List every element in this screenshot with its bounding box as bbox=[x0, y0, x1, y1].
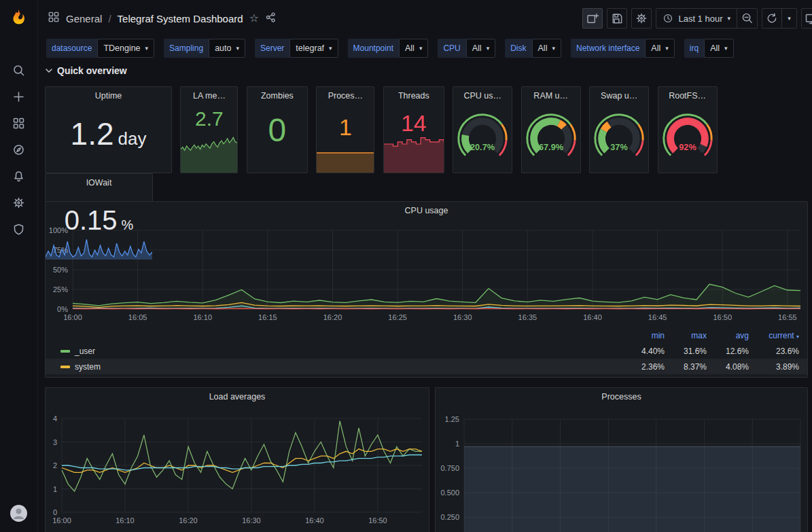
refresh-interval-dropdown[interactable]: ▾ bbox=[782, 8, 797, 29]
cpu-usage-chart[interactable]: 0%25%50%75%100%16:0016:0516:1016:1516:20… bbox=[46, 219, 807, 327]
chevron-down-icon bbox=[46, 68, 52, 73]
variable-value-dropdown[interactable]: All▾ bbox=[399, 39, 428, 58]
variable-value-dropdown[interactable]: All▾ bbox=[645, 39, 674, 58]
svg-text:1: 1 bbox=[455, 440, 459, 448]
chevron-down-icon: ▾ bbox=[329, 46, 332, 52]
legend-series-name[interactable]: iowait bbox=[60, 378, 622, 378]
panel-load-averages: Load averages 0123416:0016:1016:2016:301… bbox=[45, 387, 429, 532]
refresh-button[interactable] bbox=[762, 8, 782, 29]
panel-zombies: Zombies 0 bbox=[247, 86, 308, 173]
page-title: Telegraf System Dashboard bbox=[118, 13, 243, 24]
configuration-gear-icon[interactable] bbox=[4, 190, 34, 216]
legend-sort-max[interactable]: max bbox=[665, 331, 707, 340]
la-sparkline bbox=[181, 135, 237, 173]
row-title: Quick overview bbox=[57, 65, 127, 76]
legend-sort-avg[interactable]: avg bbox=[707, 331, 749, 340]
variable-value-dropdown[interactable]: auto▾ bbox=[209, 39, 245, 58]
zombies-value: 0 bbox=[268, 114, 287, 147]
variable-value-dropdown[interactable]: telegraf▾ bbox=[289, 39, 338, 58]
save-dashboard-button[interactable] bbox=[607, 8, 627, 29]
sidebar-nav bbox=[4, 57, 34, 243]
template-variable: Server telegraf▾ bbox=[255, 39, 338, 58]
svg-text:16:50: 16:50 bbox=[713, 313, 732, 321]
variable-label: datasource bbox=[46, 39, 97, 58]
star-icon[interactable]: ☆ bbox=[249, 13, 259, 24]
variable-value-dropdown[interactable]: All▾ bbox=[532, 39, 561, 58]
chevron-down-icon: ▾ bbox=[665, 46, 669, 52]
chevron-down-icon: ▾ bbox=[552, 46, 555, 52]
panel-title[interactable]: IOWait bbox=[46, 174, 152, 192]
time-range-picker[interactable]: Last 1 hour ▾ bbox=[656, 8, 737, 29]
variable-label: Network interface bbox=[571, 39, 645, 58]
breadcrumb-folder[interactable]: General bbox=[66, 13, 102, 24]
avatar[interactable] bbox=[4, 500, 34, 527]
load-averages-chart[interactable]: 0123416:0016:1016:2016:3016:4016:50 bbox=[46, 406, 429, 532]
legend-sort-current[interactable]: current ▾ bbox=[749, 331, 799, 340]
dashboard-grid-icon bbox=[48, 11, 60, 26]
clock-icon bbox=[663, 13, 673, 24]
variable-value: All bbox=[405, 43, 414, 53]
variable-value-dropdown[interactable]: TDengine▾ bbox=[97, 39, 154, 58]
panel-swap-gauge: Swap u… 37% bbox=[589, 86, 649, 173]
ram-usage-gauge: 67.9% bbox=[522, 102, 580, 170]
panel-title[interactable]: CPU usage bbox=[46, 202, 807, 219]
series-color-swatch bbox=[60, 366, 70, 368]
explore-compass-icon[interactable] bbox=[4, 137, 34, 163]
panel-la-medium: LA me… 2.7 bbox=[180, 86, 238, 173]
admin-shield-icon[interactable] bbox=[4, 216, 34, 243]
panel-title[interactable]: Threads bbox=[384, 87, 444, 105]
alerting-bell-icon[interactable] bbox=[4, 163, 34, 190]
svg-text:16:40: 16:40 bbox=[305, 516, 324, 525]
variable-value: All bbox=[710, 43, 720, 53]
zoom-out-button[interactable] bbox=[737, 8, 758, 29]
cpu-usage-legend: minmaxavgcurrent ▾_user4.40%31.6%12.6%23… bbox=[46, 330, 807, 378]
svg-text:16:20: 16:20 bbox=[179, 516, 198, 525]
svg-text:4: 4 bbox=[53, 414, 57, 423]
search-icon[interactable] bbox=[4, 57, 34, 84]
dashboard-settings-button[interactable] bbox=[631, 8, 652, 29]
variable-value: telegraf bbox=[296, 43, 324, 53]
legend-series-name[interactable]: system bbox=[60, 362, 622, 372]
breadcrumb-separator: / bbox=[108, 13, 111, 24]
grafana-logo[interactable] bbox=[9, 7, 29, 27]
svg-text:16:45: 16:45 bbox=[648, 313, 667, 321]
share-icon[interactable] bbox=[265, 12, 277, 26]
swap-usage-gauge: 37% bbox=[590, 102, 648, 170]
dashboards-icon[interactable] bbox=[4, 110, 34, 137]
panel-title[interactable]: Proces… bbox=[317, 87, 374, 105]
legend-row: system2.36%8.37%4.08%3.89% bbox=[46, 359, 807, 374]
variable-value-dropdown[interactable]: All▾ bbox=[466, 39, 495, 58]
iowait-unit: % bbox=[122, 218, 134, 232]
variable-value: TDengine bbox=[103, 43, 140, 53]
svg-text:16:10: 16:10 bbox=[116, 516, 135, 525]
chevron-down-icon: ▾ bbox=[727, 16, 730, 22]
svg-text:16:20: 16:20 bbox=[323, 313, 342, 321]
uptime-value: 1.2 bbox=[71, 118, 114, 149]
panel-uptime: Uptime 1.2 day bbox=[45, 86, 172, 173]
template-variable: Mountpoint All▾ bbox=[348, 39, 429, 58]
legend-series-name[interactable]: _user bbox=[60, 347, 622, 356]
svg-text:16:00: 16:00 bbox=[52, 516, 71, 525]
chevron-down-icon: ▾ bbox=[724, 46, 728, 52]
create-plus-icon[interactable] bbox=[4, 84, 34, 110]
variable-label: Server bbox=[255, 39, 289, 58]
cpu-usage-gauge: 20.7% bbox=[453, 102, 512, 170]
add-panel-button[interactable] bbox=[582, 8, 603, 29]
svg-text:50%: 50% bbox=[53, 266, 68, 274]
variable-value-dropdown[interactable]: All▾ bbox=[704, 39, 733, 58]
cycle-view-button[interactable] bbox=[801, 8, 812, 29]
svg-text:3: 3 bbox=[53, 438, 57, 446]
panel-title[interactable]: Processes bbox=[436, 388, 807, 406]
svg-text:20.7%: 20.7% bbox=[470, 143, 495, 152]
processes-chart[interactable]: 0.2500.5000.75011.25 bbox=[436, 406, 807, 532]
variable-label: Mountpoint bbox=[348, 39, 399, 58]
panel-title[interactable]: Zombies bbox=[247, 87, 307, 105]
panel-cpu-gauge: CPU us… 20.7% bbox=[453, 86, 512, 173]
uptime-unit: day bbox=[118, 130, 147, 147]
row-quick-overview[interactable]: Quick overview bbox=[46, 65, 127, 76]
panel-title[interactable]: Uptime bbox=[46, 87, 171, 105]
panel-title[interactable]: LA me… bbox=[181, 87, 237, 105]
rootfs-usage-gauge: 92% bbox=[658, 102, 717, 170]
panel-title[interactable]: Load averages bbox=[46, 388, 429, 406]
legend-sort-min[interactable]: min bbox=[622, 331, 665, 340]
